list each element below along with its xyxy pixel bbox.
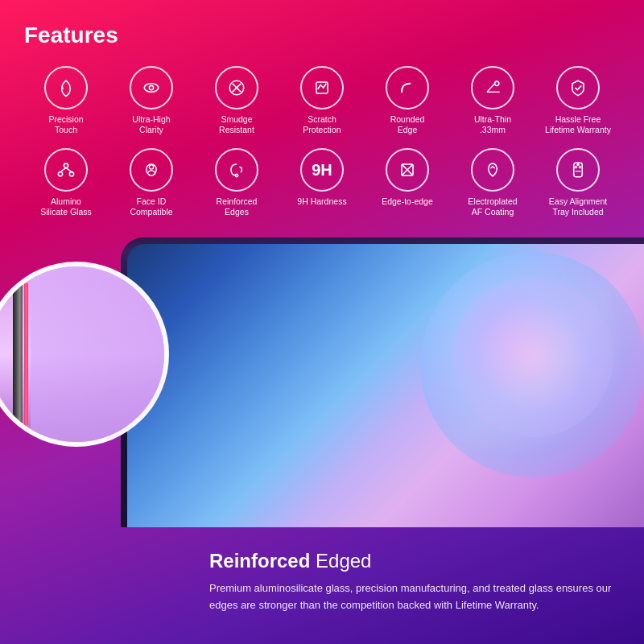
electroplated-label: ElectroplatedAF Coating <box>468 196 517 217</box>
precision-touch-label: PrecisionTouch <box>48 114 83 135</box>
phone-screen <box>127 244 644 527</box>
alignment-tray-label: Easy AlignmentTray Included <box>549 196 607 217</box>
hassle-free-icon <box>556 66 600 109</box>
ultra-thin-item: Ultra-Thin.33mm <box>451 63 535 138</box>
alumino-silicate-item: AluminoSilicate Glass <box>24 145 108 221</box>
svg-point-14 <box>149 165 153 169</box>
phone-body <box>121 237 644 527</box>
precision-touch-item: PrecisionTouch <box>24 63 108 138</box>
scratch-protection-label: ScratchProtection <box>303 114 341 135</box>
ultra-high-clarity-label: Ultra-HighClarity <box>132 114 170 135</box>
info-body: Premium aluminosilicate glass, precision… <box>209 580 620 613</box>
scratch-protection-icon <box>300 66 344 109</box>
features-section: Features PrecisionTouch Ultra-HighClarit… <box>0 0 644 237</box>
9h-hardness-label: 9H Hardness <box>297 196 346 207</box>
face-id-icon <box>130 148 173 192</box>
ultra-high-clarity-icon <box>130 66 173 109</box>
9h-hardness-icon: 9H <box>300 148 344 192</box>
smudge-resistant-icon <box>215 66 258 109</box>
svg-point-6 <box>495 81 499 85</box>
svg-line-12 <box>60 168 66 172</box>
ultra-thin-icon <box>471 66 514 109</box>
screen-swirl2 <box>452 276 613 437</box>
svg-point-1 <box>149 85 153 89</box>
rounded-edge-icon <box>386 66 429 109</box>
svg-point-9 <box>64 163 68 167</box>
reinforced-edges-label: ReinforcedEdges <box>217 196 258 217</box>
reinforced-edges-icon <box>215 148 258 192</box>
info-title-bold: Reinforced <box>209 550 310 572</box>
phone-area <box>0 237 644 568</box>
ultra-thin-label: Ultra-Thin.33mm <box>474 114 511 135</box>
info-section: Reinforced Edged Premium aluminosilicate… <box>0 519 644 644</box>
row2-icons-grid: AluminoSilicate Glass Face IDCompatible … <box>24 145 620 221</box>
phone-edge-left <box>13 275 23 434</box>
hassle-free-label: Hassle FreeLifetime Warranty <box>545 114 611 135</box>
info-title: Reinforced Edged <box>209 550 620 572</box>
reinforced-edges-item: ReinforcedEdges <box>195 145 279 221</box>
smudge-resistant-item: SmudgeResistant <box>195 63 279 138</box>
edge-to-edge-label: Edge-to-edge <box>382 196 433 207</box>
hassle-free-item: Hassle FreeLifetime Warranty <box>536 63 620 138</box>
electroplated-item: ElectroplatedAF Coating <box>451 145 535 221</box>
svg-point-20 <box>577 164 579 166</box>
row1-icons-grid: PrecisionTouch Ultra-HighClarity SmudgeR… <box>24 63 620 138</box>
phone-edge-line <box>24 283 28 426</box>
phone-glass-line <box>31 266 164 442</box>
alumino-silicate-icon <box>44 148 88 192</box>
smudge-resistant-label: SmudgeResistant <box>219 114 254 135</box>
svg-point-21 <box>575 166 577 168</box>
edge-to-edge-item: Edge-to-edge <box>365 145 449 221</box>
alignment-tray-icon <box>556 148 600 192</box>
precision-touch-icon <box>44 66 88 109</box>
phone-mockup <box>121 237 644 527</box>
page-wrapper: Features PrecisionTouch Ultra-HighClarit… <box>0 0 644 644</box>
svg-line-13 <box>66 168 72 172</box>
svg-point-10 <box>58 172 62 176</box>
features-title: Features <box>24 23 620 48</box>
circle-zoom <box>0 262 169 447</box>
rounded-edge-label: RoundedEdge <box>390 114 425 135</box>
info-title-normal: Edged <box>310 550 371 572</box>
9h-hardness-item: 9H 9H Hardness <box>280 145 364 221</box>
circle-zoom-inner <box>0 266 164 442</box>
electroplated-icon <box>471 148 514 192</box>
alumino-silicate-label: AluminoSilicate Glass <box>40 196 92 217</box>
face-id-label: Face IDCompatible <box>130 196 172 217</box>
svg-line-7 <box>487 84 495 93</box>
svg-point-22 <box>579 166 581 168</box>
edge-to-edge-icon <box>386 148 429 192</box>
face-id-item: Face IDCompatible <box>109 145 193 221</box>
rounded-edge-item: RoundedEdge <box>365 63 449 138</box>
alignment-tray-item: Easy AlignmentTray Included <box>536 145 620 221</box>
ultra-high-clarity-item: Ultra-HighClarity <box>109 63 193 138</box>
svg-point-0 <box>144 84 159 93</box>
scratch-protection-item: ScratchProtection <box>280 63 364 138</box>
svg-point-11 <box>69 172 73 176</box>
